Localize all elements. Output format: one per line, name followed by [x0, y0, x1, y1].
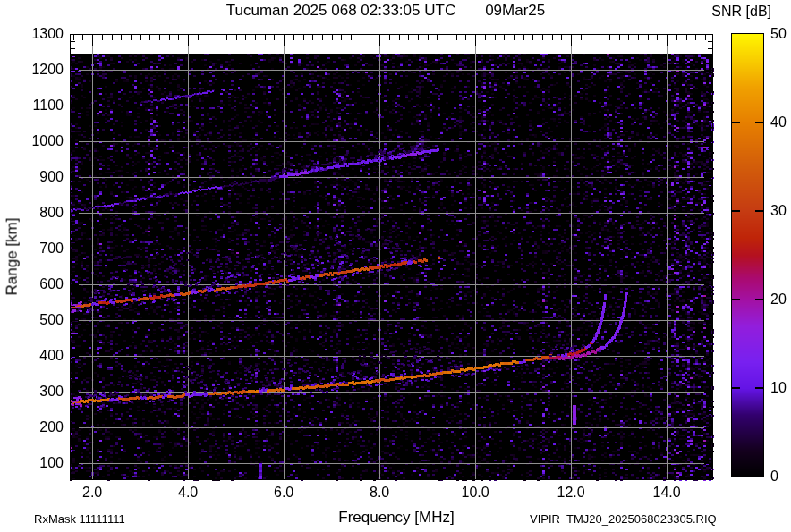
x-tick-label: 2.0	[70, 485, 115, 501]
ionogram-page: Tucuman 2025 068 02:33:05 UTC09Mar25 SNR…	[0, 0, 791, 532]
rx-mask-label: RxMask 11111111	[34, 513, 125, 526]
page-title: Tucuman 2025 068 02:33:05 UTC09Mar25	[0, 3, 771, 20]
y-tick-label: 700	[0, 241, 64, 257]
title-station-datetime: Tucuman 2025 068 02:33:05 UTC	[226, 2, 455, 19]
y-tick-label: 400	[0, 348, 64, 364]
x-tick-label: 12.0	[549, 485, 593, 501]
x-tick-label: 6.0	[261, 485, 306, 501]
x-tick-label: 8.0	[357, 485, 402, 501]
colorbar-tick-label: 40	[770, 114, 791, 131]
colorbar-title: SNR [dB]	[682, 4, 771, 20]
y-tick-label: 500	[0, 312, 64, 328]
y-tick-label: 300	[0, 384, 64, 400]
colorbar-tick-label: 30	[770, 203, 791, 219]
y-tick-label: 1200	[0, 62, 64, 78]
ionogram-plot-canvas	[0, 0, 791, 532]
x-tick-label: 4.0	[166, 485, 210, 501]
y-tick-label: 100	[0, 455, 64, 471]
data-file-label: VIPIR TMJ20_2025068023305.RIQ	[530, 513, 717, 526]
title-date-short: 09Mar25	[485, 2, 545, 19]
y-tick-label: 600	[0, 276, 64, 292]
y-tick-label: 800	[0, 205, 64, 221]
y-tick-label: 1000	[0, 133, 64, 149]
y-tick-label: 200	[0, 419, 64, 435]
colorbar-tick-label: 50	[770, 26, 791, 42]
y-tick-label: 900	[0, 169, 64, 185]
colorbar-tick-label: 0	[770, 469, 791, 485]
x-tick-label: 14.0	[644, 485, 689, 501]
y-tick-label: 1300	[0, 26, 64, 42]
colorbar-tick-label: 10	[770, 380, 791, 396]
colorbar-tick-label: 20	[770, 291, 791, 308]
y-tick-label: 1100	[0, 97, 64, 114]
x-tick-label: 10.0	[453, 485, 498, 501]
x-axis-title: Frequency [MHz]	[307, 510, 486, 527]
